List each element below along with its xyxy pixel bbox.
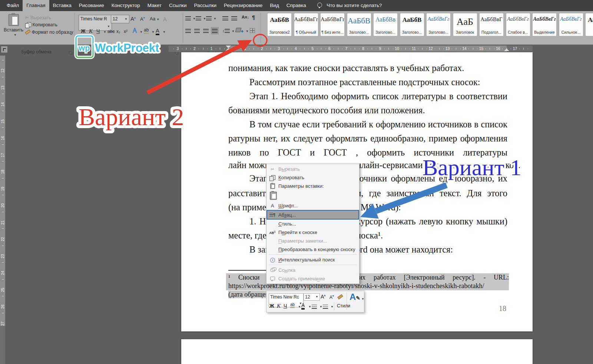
style-tile-Заголовок[interactable]: АаБЗаголовок bbox=[453, 13, 477, 36]
vertical-ruler[interactable]: 12131415161718192021222324252627 bbox=[0, 56, 5, 364]
menu-tab-Рассылки[interactable]: Рассылки bbox=[191, 0, 221, 11]
style-sample: АаБбВвГ bbox=[480, 16, 503, 23]
mini-font-color-button[interactable]: А bbox=[301, 302, 305, 310]
style-tile-Заголово...[interactable]: АаБбВЗаголово... bbox=[347, 13, 371, 36]
style-tile-Слабое в...[interactable]: АаБбВвГгСлабое в... bbox=[506, 13, 530, 36]
style-sample: АаБбВ bbox=[347, 16, 371, 26]
tell-me-assistant[interactable]: Что вы хотите сделать? bbox=[317, 0, 382, 11]
style-tile-¶ Обычный[interactable]: АаБбВвГг,¶ Обычный bbox=[294, 13, 318, 36]
clear-format-button[interactable]: А bbox=[163, 16, 166, 22]
mini-grow-font-button[interactable]: А▲ bbox=[321, 294, 326, 300]
mini-bold-button[interactable]: Ж bbox=[269, 303, 274, 309]
bullets-button[interactable] bbox=[185, 16, 191, 21]
lookup-icon: i bbox=[266, 257, 278, 263]
tab-selector[interactable] bbox=[1, 46, 8, 53]
highlight-color-button[interactable]: ab bbox=[144, 27, 149, 34]
menu-tab-Вид[interactable]: Вид bbox=[266, 0, 282, 11]
align-center-button[interactable] bbox=[194, 28, 200, 33]
mini-italic-button[interactable]: К bbox=[277, 303, 281, 309]
context-menu-item-Параметрызаметки[interactable]: Параметры заметки... bbox=[266, 237, 359, 245]
menu-item-label: Перейти к сноске bbox=[278, 230, 359, 235]
shading-button[interactable]: ◆ bbox=[236, 27, 244, 33]
mini-styles-pen-button[interactable]: А✎▼ bbox=[349, 292, 364, 302]
document-page-2[interactable] bbox=[181, 339, 533, 364]
strikethrough-button[interactable]: abc bbox=[107, 29, 115, 34]
style-label: Заголовок bbox=[453, 30, 477, 34]
menu-tab-Рисование[interactable]: Рисование bbox=[75, 0, 108, 11]
context-menu-item-Преобразоватьвконцевуюсноску[interactable]: Преобразовать в концевую сноску bbox=[266, 245, 359, 254]
superscript-button[interactable]: x² bbox=[124, 29, 127, 34]
style-sample: АаБбВвГг bbox=[506, 16, 530, 22]
context-menu-item-Копировать[interactable]: Копировать bbox=[266, 173, 359, 182]
borders-button[interactable] bbox=[250, 28, 255, 34]
paste-button[interactable]: Вставить ▼ bbox=[4, 13, 23, 39]
mini-font-size-combo[interactable]: 12▼ bbox=[304, 293, 320, 301]
mini-highlight-button[interactable]: ab bbox=[290, 302, 295, 308]
mini-bullets-button[interactable] bbox=[312, 304, 317, 309]
align-right-button[interactable] bbox=[203, 28, 209, 33]
mini-shrink-font-button[interactable]: А▼ bbox=[329, 294, 335, 300]
show-marks-button[interactable]: ¶ bbox=[252, 14, 255, 20]
menu-item-label: Параметры заметки... bbox=[278, 238, 359, 244]
style-tile-Заголово...[interactable]: АаБбВвЗаголово... bbox=[374, 13, 397, 36]
menu-tab-Главная[interactable]: Главная bbox=[23, 0, 49, 11]
italic-button[interactable]: К bbox=[89, 28, 93, 34]
context-menu-item-Стиль[interactable]: Стиль... bbox=[266, 220, 359, 228]
style-sample: АаБбВ bbox=[586, 16, 593, 24]
font-color-button[interactable]: А bbox=[156, 27, 159, 35]
style-tile-Сильное...[interactable]: АаБбВвГгСильное... bbox=[559, 13, 583, 36]
menu-tab-Ссылки[interactable]: Ссылки bbox=[165, 0, 191, 11]
style-tile-Заголово...[interactable]: АаБбВвГгЗаголово... bbox=[427, 13, 450, 36]
style-tile-Выделение[interactable]: АаБбВвГгВыделение bbox=[533, 13, 556, 36]
mini-numbering-button[interactable] bbox=[323, 304, 328, 309]
context-menu-item-Параметрывставки[interactable]: Параметры вставки: bbox=[266, 182, 359, 190]
justify-button[interactable] bbox=[211, 27, 219, 34]
menu-tab-Справка[interactable]: Справка bbox=[283, 0, 310, 11]
style-label: Слабое в... bbox=[506, 30, 530, 34]
grow-font-button[interactable]: А▲ bbox=[130, 16, 136, 22]
style-tile-Заголовок2[interactable]: АаБбВЗаголовок2 bbox=[268, 13, 291, 36]
line-spacing-button[interactable]: ↕ bbox=[222, 28, 230, 33]
subscript-button[interactable]: x₂ bbox=[116, 29, 120, 34]
context-menu-item-Вырезать[interactable]: ✂Вырезать bbox=[266, 165, 359, 173]
numbering-button[interactable] bbox=[196, 16, 201, 21]
menu-tab-Конструктор[interactable]: Конструктор bbox=[108, 0, 144, 11]
menu-tab-Вставка[interactable]: Вставка bbox=[49, 0, 75, 11]
horizontal-ruler[interactable]: 1231234567891011121314151617 bbox=[169, 46, 533, 52]
clipboard-dialog-launcher[interactable] bbox=[69, 51, 72, 54]
format-painter-button[interactable]: Формат по образцу bbox=[25, 30, 73, 35]
style-tile-Заголово...[interactable]: АаБбВЗаголово... bbox=[400, 13, 424, 36]
menu-item-label: Копировать bbox=[278, 175, 359, 180]
text-effects-button[interactable]: А bbox=[133, 27, 137, 34]
multilevel-list-button[interactable] bbox=[206, 16, 212, 21]
decrease-indent-button[interactable] bbox=[222, 16, 228, 21]
context-menu-item-Интеллектуальныйпоиск[interactable]: iИнтеллектуальный поиск bbox=[266, 256, 359, 264]
style-tile-partial[interactable]: АаБбВ bbox=[586, 13, 593, 36]
font-size-combo[interactable]: 12▼ bbox=[111, 15, 129, 23]
context-menu-item-paste-option[interactable] bbox=[266, 190, 359, 201]
underline-button[interactable]: Ч bbox=[96, 28, 100, 34]
shrink-font-button[interactable]: А▼ bbox=[140, 16, 146, 22]
menu-tab-Рецензирование[interactable]: Рецензирование bbox=[220, 0, 266, 11]
format-painter-icon bbox=[25, 30, 30, 35]
change-case-button[interactable]: Aa▼ bbox=[150, 16, 159, 21]
bold-button[interactable]: Ж bbox=[81, 28, 86, 34]
mini-toolbar: Times New Rc▼ 12▼ А▲ А▼ А✎▼ Ж К Ч ab ▼ А… bbox=[266, 291, 364, 313]
context-menu-item-Абзац[interactable]: ¶Абзац... bbox=[266, 210, 359, 220]
context-menu-item-Ссылка[interactable]: Ссылка bbox=[266, 266, 359, 274]
align-left-button[interactable] bbox=[185, 28, 191, 33]
copy-button[interactable]: Копировать bbox=[25, 22, 57, 27]
increase-indent-button[interactable] bbox=[231, 16, 237, 21]
style-tile-Подзагол...[interactable]: АаБбВвГПодзагол... bbox=[480, 13, 503, 36]
mini-format-painter-button[interactable] bbox=[338, 294, 343, 300]
context-menu-item-Шрифт[interactable]: АШрифт... bbox=[266, 201, 359, 210]
context-menu-item-Создатьпримечание[interactable]: Создать примечание bbox=[266, 274, 359, 283]
style-tile-¶ Без инте...[interactable]: АаБбВвГг,¶ Без инте... bbox=[321, 13, 344, 36]
sort-button[interactable]: АЯ↓ bbox=[242, 15, 249, 19]
menu-tab-Файл[interactable]: Файл bbox=[3, 0, 23, 11]
mini-styles-button[interactable]: Стили bbox=[337, 303, 350, 308]
mini-underline-button[interactable]: Ч bbox=[284, 303, 287, 309]
menu-tab-Макет[interactable]: Макет bbox=[144, 0, 165, 11]
context-menu-item-Перейтиксноске[interactable]: АВ1Перейти к сноске bbox=[266, 228, 359, 237]
cut-button[interactable]: ✂ Вырезать bbox=[25, 15, 51, 20]
